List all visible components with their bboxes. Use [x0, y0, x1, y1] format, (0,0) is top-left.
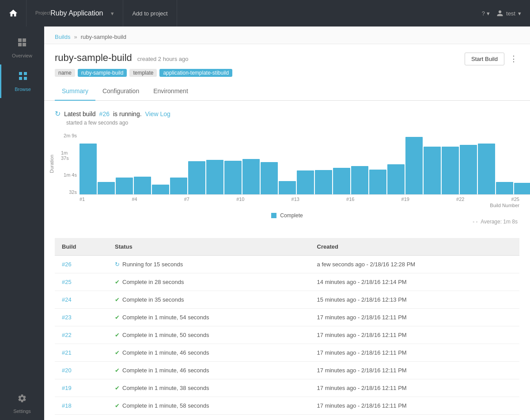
tab-environment[interactable]: Environment [146, 82, 195, 101]
project-section: Project Ruby Application ▾ [26, 0, 123, 26]
table-header-row: Build Status Created [55, 238, 519, 256]
created-cell: 17 minutes ago - 2/18/16 12:11 PM [310, 397, 519, 415]
sidebar: Overview Browse Settings [0, 26, 44, 420]
bar-#14 [315, 170, 332, 194]
x-label-#19: #19 [401, 197, 409, 202]
x-label-#1: #1 [80, 197, 85, 202]
sidebar-item-browse[interactable]: Browse [0, 64, 44, 98]
user-label: test [506, 10, 515, 17]
check-icon: ✔ [115, 385, 120, 391]
user-chevron-icon: ▾ [518, 10, 521, 17]
bar-#2 [98, 182, 115, 194]
build-link-#26[interactable]: #26 [62, 261, 72, 268]
average-dashes: - - [473, 219, 477, 225]
created-cell: 14 minutes ago - 2/18/16 12:14 PM [310, 273, 519, 291]
user-button[interactable]: test ▾ [496, 10, 521, 17]
check-icon: ✔ [115, 279, 120, 285]
bar-#24 [496, 182, 513, 194]
breadcrumb-builds-link[interactable]: Builds [55, 34, 70, 40]
bar-#23 [478, 144, 495, 194]
created-cell: a few seconds ago - 2/18/16 12:28 PM [310, 256, 519, 273]
project-dropdown-icon[interactable]: ▾ [111, 10, 114, 17]
bar-#18 [387, 164, 405, 194]
bar-#6 [170, 178, 187, 194]
tab-summary[interactable]: Summary [55, 82, 95, 101]
help-chevron-icon: ▾ [487, 10, 490, 17]
browse-icon [18, 71, 28, 84]
main-content: Builds » ruby-sample-build ruby-sample-b… [44, 26, 530, 420]
bar-#1 [80, 144, 97, 194]
breadcrumb-current: ruby-sample-build [81, 34, 126, 40]
y-label-top: 2m 9s [64, 133, 77, 138]
table-row: #22✔Complete in 1 minute, 50 seconds17 m… [55, 326, 519, 344]
bar-#19 [405, 137, 423, 194]
home-button[interactable] [0, 0, 26, 26]
check-icon: ✔ [115, 367, 120, 374]
build-link-#25[interactable]: #25 [62, 279, 72, 285]
build-link-#20[interactable]: #20 [62, 367, 72, 374]
table-row: #23✔Complete in 1 minute, 54 seconds17 m… [55, 309, 519, 326]
build-link-#18[interactable]: #18 [62, 402, 72, 409]
bar-#11 [261, 162, 278, 194]
build-link-#22[interactable]: #22 [62, 332, 72, 338]
table-row: #25✔Complete in 28 seconds14 minutes ago… [55, 273, 519, 291]
sidebar-item-settings[interactable]: Settings [0, 387, 44, 420]
build-header-row: ruby-sample-build created 2 hours ago na… [55, 52, 519, 77]
table-row: #24✔Complete in 35 seconds15 minutes ago… [55, 291, 519, 309]
add-to-project-button[interactable]: Add to project [123, 0, 177, 26]
build-link-#24[interactable]: #24 [62, 296, 72, 303]
build-created: created 2 hours ago [137, 56, 189, 62]
x-label-#4: #4 [132, 197, 137, 202]
project-name: Ruby Application [50, 9, 103, 17]
latest-build-suffix: is running. [113, 110, 142, 117]
check-icon: ✔ [115, 332, 120, 338]
build-actions: Start Build ⋮ [465, 52, 519, 65]
started-ago: started a few seconds ago [66, 120, 519, 126]
y-label-bottom: 32s [69, 189, 77, 195]
tag-template-label: template [129, 69, 157, 77]
bar-#21 [442, 147, 459, 194]
build-name: ruby-sample-build [55, 52, 132, 64]
table-row: #20✔Complete in 1 minute, 46 seconds17 m… [55, 362, 519, 379]
bars-container [80, 133, 530, 195]
bar-#5 [152, 185, 169, 194]
project-label: Project [35, 10, 50, 15]
more-options-icon[interactable]: ⋮ [508, 52, 519, 65]
tab-configuration[interactable]: Configuration [95, 82, 146, 101]
sidebar-overview-label: Overview [12, 53, 32, 58]
check-icon: ✔ [115, 402, 120, 409]
th-build: Build [55, 238, 108, 256]
bar-#13 [297, 170, 314, 194]
builds-table: Build Status Created #26↻Running for 15 … [55, 238, 519, 420]
bar-#12 [279, 181, 296, 194]
bar-#3 [116, 178, 133, 194]
view-log-link[interactable]: View Log [145, 110, 170, 117]
builds-table-body: #26↻Running for 15 secondsa few seconds … [55, 256, 519, 420]
x-label-#7: #7 [184, 197, 189, 202]
build-title-section: ruby-sample-build created 2 hours ago na… [55, 52, 232, 77]
sidebar-item-overview[interactable]: Overview [0, 31, 44, 64]
app-container: Project Ruby Application ▾ Add to projec… [0, 0, 530, 420]
help-icon: ? [482, 10, 485, 17]
build-link-#19[interactable]: #19 [62, 385, 72, 391]
build-title: ruby-sample-build created 2 hours ago [55, 52, 232, 64]
table-row: #21✔Complete in 1 minute, 46 seconds17 m… [55, 344, 519, 362]
build-tags: name ruby-sample-build template applicat… [55, 69, 232, 77]
bar-#15 [333, 168, 350, 194]
latest-build-status: ↻ Latest build #26 is running. View Log [55, 110, 519, 118]
y-axis-duration-label: Duration [49, 155, 54, 173]
build-header: ruby-sample-build created 2 hours ago na… [44, 44, 530, 82]
help-button[interactable]: ? ▾ [482, 10, 490, 17]
build-link-#21[interactable]: #21 [62, 349, 72, 356]
latest-build-number[interactable]: #26 [99, 110, 110, 117]
build-link-#23[interactable]: #23 [62, 314, 72, 321]
bar-#20 [424, 147, 441, 194]
table-row: #18✔Complete in 1 minute, 58 seconds17 m… [55, 397, 519, 415]
legend-dot [271, 213, 276, 218]
top-bar: Project Ruby Application ▾ Add to projec… [0, 0, 530, 26]
tag-name-value: ruby-sample-build [78, 69, 127, 77]
running-icon: ↻ [55, 110, 61, 118]
bar-#9 [224, 161, 242, 194]
sidebar-settings-label: Settings [13, 409, 31, 414]
start-build-button[interactable]: Start Build [465, 53, 504, 65]
